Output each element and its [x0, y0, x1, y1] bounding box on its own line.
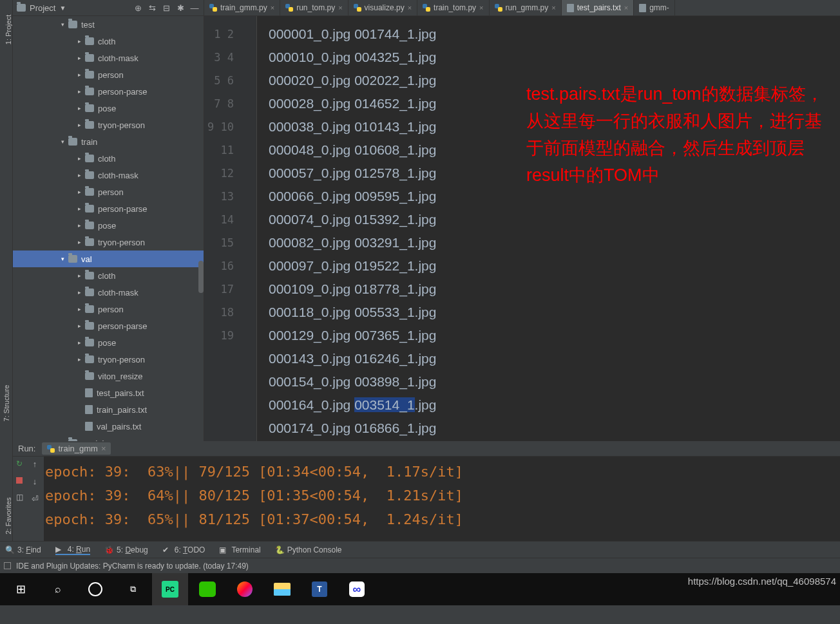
tree-row[interactable]: ▸tryon-person [13, 234, 204, 251]
sidebar-tab-favorites[interactable]: 2: Favorites [5, 497, 12, 534]
expand-arrow-icon[interactable]: ▸ [76, 272, 82, 279]
search-button[interactable]: ⌕ [40, 573, 76, 605]
tree-row[interactable]: ▾test [13, 16, 204, 33]
wrap-icon[interactable]: ⏎ [32, 494, 39, 504]
editor-tab[interactable]: run_gmm.py× [490, 0, 562, 15]
editor-tab[interactable]: visualize.py× [348, 0, 417, 15]
editor-tab[interactable]: train_gmm.py× [204, 0, 280, 15]
tree-row[interactable]: ▸tryon-person [13, 351, 204, 368]
expand-arrow-icon[interactable]: ▸ [76, 222, 82, 229]
tree-row[interactable]: ▾train [13, 133, 204, 150]
expand-arrow-icon[interactable]: ▸ [76, 172, 82, 178]
tree-row[interactable]: ▸cloth-mask [13, 50, 204, 66]
wechat-taskbar[interactable] [189, 573, 225, 605]
gear-icon[interactable]: ✱ [175, 3, 186, 13]
expand-arrow-icon[interactable]: ▸ [76, 323, 82, 329]
bottom-tool[interactable]: ▶4: Run [55, 545, 90, 555]
expand-arrow-icon[interactable]: ▸ [76, 71, 82, 78]
explorer-taskbar[interactable] [264, 573, 300, 605]
status-icon[interactable] [4, 562, 11, 569]
code-content[interactable]: 000001_0.jpg 001744_1.jpg000010_0.jpg 00… [257, 16, 840, 441]
target-icon[interactable]: ⊕ [133, 3, 143, 13]
run-console[interactable]: epoch: 39: 63%|| 79/125 [01:34<00:54, 1.… [44, 457, 840, 541]
expand-arrow-icon[interactable]: ▸ [76, 239, 82, 245]
stop-button[interactable] [15, 476, 24, 485]
tree-row[interactable]: ▸model [13, 435, 204, 441]
expand-arrow-icon[interactable]: ▸ [76, 205, 82, 212]
expand-icon[interactable]: ⇆ [147, 3, 157, 13]
tree-row[interactable]: viton_resize [13, 368, 204, 384]
bottom-tool[interactable]: 🐞5: Debug [104, 545, 148, 554]
expand-arrow-icon[interactable]: ▸ [59, 440, 66, 441]
tree-row[interactable]: ▾val [13, 251, 204, 267]
bottom-tool[interactable]: 🐍Python Console [275, 545, 342, 554]
close-icon[interactable]: × [271, 4, 274, 12]
tree-row[interactable]: ▸pose [13, 217, 204, 234]
editor-tab[interactable]: train_tom.py× [417, 0, 489, 15]
start-button[interactable]: ⊞ [3, 573, 39, 605]
tree-row[interactable]: ▸person [13, 301, 204, 317]
expand-arrow-icon[interactable]: ▾ [59, 256, 66, 262]
tree-row[interactable]: ▸person [13, 184, 204, 200]
expand-arrow-icon[interactable]: ▾ [59, 21, 66, 28]
expand-arrow-icon[interactable]: ▸ [76, 189, 82, 195]
expand-arrow-icon[interactable]: ▸ [76, 356, 82, 363]
tree-row[interactable]: ▸person-parse [13, 317, 204, 334]
bottom-tool[interactable]: ▣Terminal [219, 545, 260, 554]
taskview-button[interactable]: ⧉ [115, 573, 151, 605]
close-icon[interactable]: × [551, 4, 555, 12]
editor-tab[interactable]: test_pairs.txt× [562, 0, 634, 15]
tree-row[interactable]: val_pairs.txt [13, 418, 204, 435]
expand-arrow-icon[interactable]: ▸ [76, 155, 82, 162]
close-icon[interactable]: × [479, 4, 483, 12]
tree-row[interactable]: ▸cloth [13, 33, 204, 50]
pycharm-taskbar[interactable]: PC [152, 573, 188, 605]
tree-row[interactable]: ▸cloth-mask [13, 284, 204, 301]
tree-row[interactable]: ▸person [13, 66, 204, 83]
sidebar-tab-structure[interactable]: 7: Structure [3, 385, 10, 422]
tree-row[interactable]: ▸person-parse [13, 83, 204, 100]
project-tree[interactable]: ▾test▸cloth▸cloth-mask▸person▸person-par… [13, 16, 204, 441]
tree-row[interactable]: ▸cloth [13, 267, 204, 284]
expand-arrow-icon[interactable]: ▸ [76, 88, 82, 95]
chevron-down-icon[interactable]: ▼ [59, 5, 66, 12]
tree-row[interactable]: ▸person-parse [13, 200, 204, 217]
bottom-tool[interactable]: ✔6: TODO [162, 545, 205, 554]
expand-arrow-icon[interactable]: ▸ [76, 339, 82, 346]
word-taskbar[interactable]: T [301, 573, 338, 605]
cortana-button[interactable] [77, 573, 113, 605]
tree-row[interactable]: ▸tryon-person [13, 117, 204, 133]
expand-arrow-icon[interactable]: ▸ [76, 55, 82, 61]
tree-row[interactable]: ▸cloth-mask [13, 167, 204, 184]
project-label[interactable]: Project [30, 3, 55, 13]
collapse-icon[interactable]: ⊟ [161, 3, 171, 13]
expand-arrow-icon[interactable]: ▾ [59, 138, 66, 145]
layout-icon[interactable]: ◫ [15, 493, 24, 502]
editor-tab[interactable]: run_tom.py× [280, 0, 348, 15]
close-icon[interactable]: × [408, 4, 412, 12]
up-icon[interactable]: ↑ [33, 459, 37, 469]
tree-scrollbar[interactable] [198, 261, 204, 293]
tree-row[interactable]: ▸pose [13, 334, 204, 351]
sidebar-tab-project[interactable]: 1: Project [5, 15, 12, 44]
expand-arrow-icon[interactable]: ▸ [76, 306, 82, 312]
tree-row[interactable]: test_pairs.txt [13, 384, 204, 401]
tree-row[interactable]: ▸pose [13, 100, 204, 117]
tree-row[interactable]: train_pairs.txt [13, 401, 204, 418]
expand-arrow-icon[interactable]: ▸ [76, 38, 82, 44]
expand-arrow-icon[interactable]: ▸ [76, 105, 82, 111]
expand-arrow-icon[interactable]: ▸ [76, 289, 82, 296]
hide-icon[interactable]: — [189, 3, 200, 13]
baidu-taskbar[interactable]: ∞ [339, 573, 375, 605]
close-icon[interactable]: × [624, 4, 628, 12]
bottom-tool[interactable]: 🔍3: Find [5, 545, 41, 554]
down-icon[interactable]: ↓ [33, 477, 37, 486]
rerun-icon[interactable]: ↻ [15, 459, 24, 468]
firefox-taskbar[interactable] [227, 573, 263, 605]
editor-tab[interactable]: gmm- [634, 0, 675, 15]
expand-arrow-icon[interactable]: ▸ [76, 122, 82, 128]
tree-row[interactable]: ▸cloth [13, 150, 204, 167]
close-icon[interactable]: × [338, 4, 342, 12]
run-config-tab[interactable]: train_gmm × [42, 442, 111, 455]
close-icon[interactable]: × [101, 444, 106, 453]
